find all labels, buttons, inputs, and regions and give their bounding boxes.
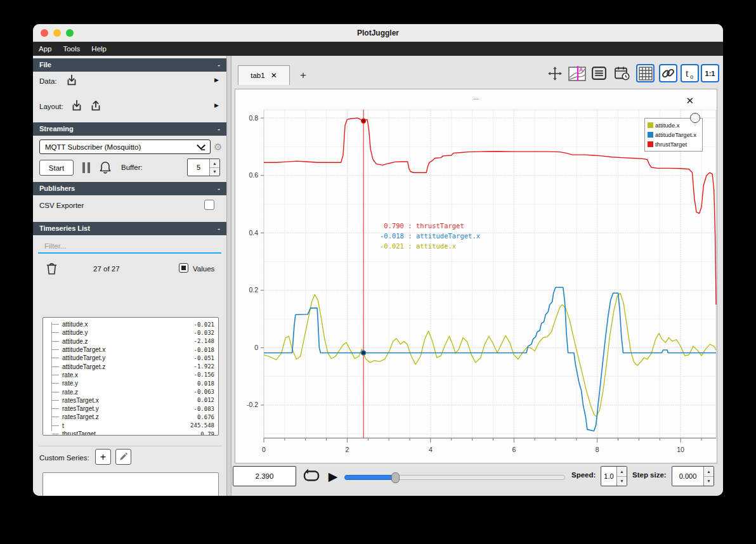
spin-up-icon: ▲ bbox=[617, 467, 627, 477]
streaming-section-header[interactable]: Streaming- bbox=[33, 122, 226, 136]
custom-series-list[interactable] bbox=[42, 472, 219, 496]
notifications-bell-icon[interactable] bbox=[98, 160, 112, 175]
layout-menu-arrow-icon[interactable]: ▶ bbox=[214, 102, 219, 108]
timeseries-row[interactable]: t245.548 bbox=[47, 422, 214, 430]
save-layout-icon[interactable] bbox=[89, 99, 103, 113]
time-offset-button[interactable]: to bbox=[681, 64, 699, 82]
step-spin-arrows[interactable]: ▲▼ bbox=[703, 467, 714, 486]
buffer-spin-arrows[interactable]: ▲▼ bbox=[209, 159, 219, 176]
tree-branch-icon bbox=[52, 366, 59, 367]
timeseries-name[interactable]: rate.x bbox=[62, 372, 193, 379]
chevron-down-icon bbox=[196, 143, 206, 151]
tab-close-icon[interactable]: ✕ bbox=[271, 71, 277, 80]
publishers-section-header[interactable]: Publishers- bbox=[33, 182, 226, 195]
curve-list-button[interactable] bbox=[590, 64, 608, 82]
curve-tracker-button[interactable]: A bbox=[566, 64, 587, 82]
timeseries-row[interactable]: attitude.y-0.032 bbox=[47, 328, 214, 337]
menu-app[interactable]: App bbox=[33, 45, 57, 53]
plot-widget[interactable]: ... ✕ 0246810-0.200.20.40.60.8 attitude.… bbox=[235, 89, 717, 463]
load-data-icon[interactable] bbox=[65, 74, 79, 87]
plot-close-icon[interactable]: ✕ bbox=[686, 96, 694, 105]
timeseries-row[interactable]: attitudeTarget.z-1.922 bbox=[47, 362, 214, 370]
timeseries-value: -0.018 bbox=[193, 347, 214, 353]
timeseries-name[interactable]: ratesTarget.x bbox=[62, 397, 197, 404]
timeseries-row[interactable]: rate.x-0.156 bbox=[47, 371, 214, 379]
svg-text:A: A bbox=[579, 67, 583, 73]
slider-handle[interactable] bbox=[391, 472, 400, 483]
timeseries-name[interactable]: ratesTarget.z bbox=[62, 413, 197, 420]
add-custom-series-button[interactable]: + bbox=[95, 449, 111, 465]
move-tool-button[interactable] bbox=[545, 64, 564, 82]
timeseries-name[interactable]: attitudeTarget.x bbox=[62, 346, 193, 353]
legend-entry[interactable]: attitudeTarget.x bbox=[648, 130, 700, 139]
timeseries-name[interactable]: rate.z bbox=[62, 389, 193, 396]
load-layout-icon[interactable] bbox=[70, 99, 84, 113]
time-field[interactable]: 2.390 bbox=[233, 466, 296, 486]
speed-spinbox[interactable]: 1.0 ▲▼ bbox=[601, 466, 627, 486]
collapse-icon[interactable]: - bbox=[218, 58, 220, 72]
timeseries-row[interactable]: ratesTarget.y-0.083 bbox=[47, 405, 214, 413]
timeseries-name[interactable]: t bbox=[62, 422, 190, 429]
timeseries-name[interactable]: rate.y bbox=[62, 380, 197, 387]
tree-branch-icon bbox=[52, 375, 59, 375]
csv-exporter-checkbox[interactable] bbox=[204, 200, 214, 210]
timeseries-name[interactable]: ratesTarget.y bbox=[62, 405, 193, 412]
svg-text:6: 6 bbox=[512, 446, 516, 453]
filter-input[interactable] bbox=[38, 240, 221, 254]
timeseries-name[interactable]: attitudeTarget.y bbox=[62, 354, 193, 361]
pencil-icon bbox=[119, 452, 128, 462]
time-slider[interactable] bbox=[344, 472, 565, 482]
timeseries-list[interactable]: attitude.x-0.021attitude.y-0.032attitude… bbox=[42, 317, 219, 436]
edit-custom-series-button[interactable] bbox=[115, 449, 131, 465]
timeseries-row[interactable]: ratesTarget.z0.676 bbox=[47, 413, 214, 421]
timeseries-section-header[interactable]: Timeseries List- bbox=[33, 222, 226, 235]
loop-button[interactable] bbox=[303, 467, 320, 485]
svg-text:0.8: 0.8 bbox=[249, 114, 258, 122]
collapse-icon[interactable]: - bbox=[218, 222, 220, 235]
timeseries-row[interactable]: attitudeTarget.y-0.051 bbox=[47, 354, 214, 362]
timeseries-row[interactable]: rate.y0.018 bbox=[47, 379, 214, 387]
collapse-icon[interactable]: - bbox=[218, 122, 220, 136]
datetime-button[interactable] bbox=[613, 64, 631, 82]
timeseries-row[interactable]: attitude.x-0.021 bbox=[47, 320, 214, 328]
file-section-header[interactable]: File- bbox=[33, 58, 226, 72]
values-checkbox[interactable] bbox=[179, 263, 188, 273]
start-streaming-button[interactable]: Start bbox=[39, 160, 74, 176]
timeseries-row[interactable]: ratesTarget.x0.012 bbox=[47, 396, 214, 405]
timeseries-row[interactable]: attitudeTarget.x-0.018 bbox=[47, 346, 214, 354]
timeseries-name[interactable]: attitude.z bbox=[62, 338, 193, 345]
new-tab-button[interactable]: + bbox=[295, 67, 311, 84]
timeseries-row[interactable]: attitude.z-2.148 bbox=[47, 337, 214, 346]
menu-tools[interactable]: Tools bbox=[57, 45, 86, 53]
tab-tab1[interactable]: tab1 ✕ bbox=[238, 65, 290, 85]
streaming-source-select[interactable]: MQTT Subscriber (Mosquitto) bbox=[39, 139, 211, 154]
link-axes-button[interactable] bbox=[659, 64, 677, 82]
pause-icon[interactable] bbox=[82, 162, 90, 173]
ratio-button[interactable]: 1:1 bbox=[701, 64, 719, 82]
timeseries-name[interactable]: thrustTarget bbox=[62, 431, 200, 436]
step-size-spinbox[interactable]: 0.000 ▲▼ bbox=[672, 466, 714, 486]
speed-spin-arrows[interactable]: ▲▼ bbox=[616, 467, 627, 486]
data-menu-arrow-icon[interactable]: ▶ bbox=[214, 77, 219, 83]
legend-entry[interactable]: thrustTarget bbox=[648, 139, 700, 149]
buffer-spinbox[interactable]: 5 ▲▼ bbox=[187, 159, 220, 176]
svg-text:0.4: 0.4 bbox=[249, 229, 258, 236]
timeseries-name[interactable]: attitude.x bbox=[62, 321, 193, 328]
menu-help[interactable]: Help bbox=[86, 45, 112, 53]
timeseries-row[interactable]: rate.z-0.063 bbox=[47, 387, 214, 396]
timeseries-row[interactable]: thrustTarget0.79 bbox=[47, 430, 214, 436]
play-button[interactable]: ▶ bbox=[324, 467, 342, 485]
sidebar-splitter[interactable] bbox=[226, 56, 231, 496]
legend-toggle-icon[interactable] bbox=[690, 113, 700, 123]
timeseries-name[interactable]: attitudeTarget.z bbox=[62, 363, 193, 370]
tree-branch-icon bbox=[52, 383, 59, 384]
trash-icon[interactable] bbox=[46, 262, 58, 275]
plot-title[interactable]: ... bbox=[235, 93, 717, 101]
list-icon bbox=[591, 65, 607, 81]
streaming-settings-gear-icon[interactable]: ⚙ bbox=[214, 141, 222, 153]
timeseries-name[interactable]: attitude.y bbox=[62, 329, 193, 336]
grid-layout-button[interactable] bbox=[636, 64, 655, 82]
collapse-icon[interactable]: - bbox=[218, 182, 220, 195]
plot-canvas[interactable]: 0246810-0.200.20.40.60.8 bbox=[235, 110, 718, 464]
divider bbox=[38, 446, 221, 446]
